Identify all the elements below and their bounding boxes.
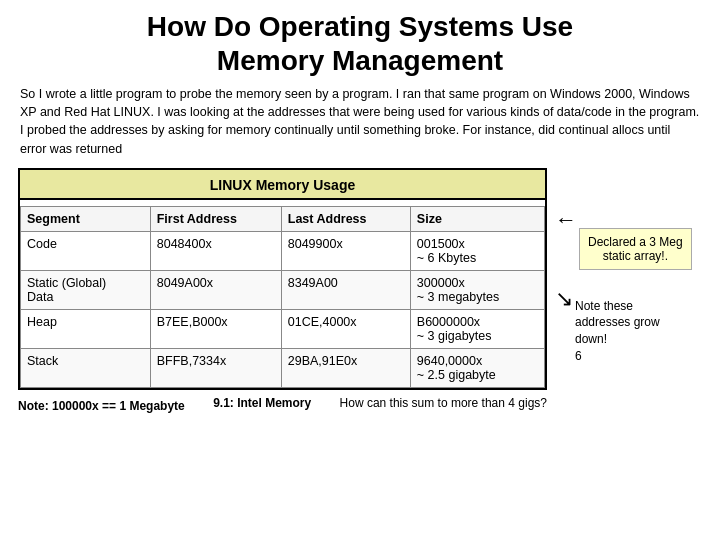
- col-first-address: First Address: [150, 206, 281, 231]
- cell-1-2: 8349A00: [281, 270, 410, 309]
- declared-block: ← Declared a 3 Megstatic array!.: [555, 170, 692, 270]
- arrow-note-icon: ↘: [555, 288, 573, 310]
- col-segment: Segment: [21, 206, 151, 231]
- col-size: Size: [410, 206, 544, 231]
- cell-2-3: B6000000x~ 3 gigabytes: [410, 309, 544, 348]
- cell-3-0: Stack: [21, 348, 151, 387]
- cell-0-2: 8049900x: [281, 231, 410, 270]
- cell-2-2: 01CE,4000x: [281, 309, 410, 348]
- cell-1-1: 8049A00x: [150, 270, 281, 309]
- cell-0-3: 001500x~ 6 Kbytes: [410, 231, 544, 270]
- cell-2-1: B7EE,B000x: [150, 309, 281, 348]
- table-row: Static (Global)Data8049A00x8349A00300000…: [21, 270, 545, 309]
- note-megabyte: Note: 100000x == 1 Megabyte: [18, 399, 185, 413]
- arrow-declared-icon: ←: [555, 209, 577, 231]
- cell-1-3: 300000x~ 3 megabytes: [410, 270, 544, 309]
- table-title: LINUX Memory Usage: [20, 170, 545, 200]
- cell-3-2: 29BA,91E0x: [281, 348, 410, 387]
- cell-0-0: Code: [21, 231, 151, 270]
- intel-label: 9.1: Intel Memory: [213, 396, 311, 410]
- note-text: Note theseaddresses growdown!6: [575, 298, 660, 365]
- memory-table-container: LINUX Memory Usage Segment First Address…: [18, 168, 547, 390]
- table-row: Code8048400x8049900x001500x~ 6 Kbytes: [21, 231, 545, 270]
- intro-paragraph: So I wrote a little program to probe the…: [18, 85, 702, 158]
- cell-2-0: Heap: [21, 309, 151, 348]
- bottom-question: How can this sum to more than 4 gigs?: [340, 396, 547, 410]
- cell-1-0: Static (Global)Data: [21, 270, 151, 309]
- memory-table: Segment First Address Last Address Size …: [20, 206, 545, 388]
- note-block: ↘ Note theseaddresses growdown!6: [555, 288, 660, 365]
- cell-3-1: BFFB,7334x: [150, 348, 281, 387]
- cell-0-1: 8048400x: [150, 231, 281, 270]
- col-last-address: Last Address: [281, 206, 410, 231]
- table-row: HeapB7EE,B000x01CE,4000xB6000000x~ 3 gig…: [21, 309, 545, 348]
- page-title: How Do Operating Systems Use Memory Mana…: [18, 10, 702, 77]
- table-row: StackBFFB,7334x29BA,91E0x9640,0000x~ 2.5…: [21, 348, 545, 387]
- cell-3-3: 9640,0000x~ 2.5 gigabyte: [410, 348, 544, 387]
- declared-text: Declared a 3 Megstatic array!.: [579, 228, 692, 270]
